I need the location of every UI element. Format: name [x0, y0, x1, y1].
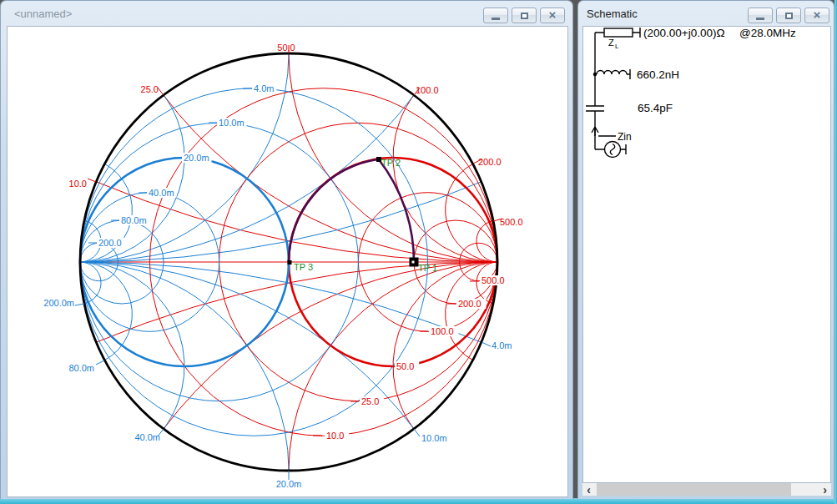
testpoint-marker-dot — [412, 261, 415, 264]
schematic-window-title: Schematic — [587, 8, 638, 20]
grid-label: 200.0 — [98, 238, 122, 248]
grid-label: 10.0 — [326, 431, 344, 441]
reactance-arc — [393, 262, 497, 429]
zin-arrow-icon — [592, 127, 616, 136]
grid-label: 40.0m — [134, 432, 160, 442]
grid-label: 4.0m — [254, 83, 274, 93]
close-icon: × — [814, 8, 821, 21]
susceptance-arc — [80, 95, 184, 262]
minimize-icon — [756, 18, 764, 20]
reactance-arc — [446, 164, 497, 262]
load-resistor-symbol[interactable] — [604, 28, 633, 37]
label-leader — [96, 360, 104, 365]
load-value[interactable]: (200.00+j0.00)Ω — [643, 27, 725, 39]
grid-label: 100.0 — [431, 326, 454, 336]
grid-label: 500.0 — [482, 275, 505, 285]
grid-label: 50.0 — [396, 361, 414, 371]
scroll-thumb[interactable] — [597, 483, 791, 496]
scroll-left-arrow[interactable]: ‹ — [582, 483, 595, 496]
susceptance-arc — [80, 262, 132, 360]
schematic-window: Schematic × Z L — [577, 0, 834, 499]
testpoint-label-2: TP 2 — [381, 158, 401, 168]
grid-label: 10.0m — [219, 118, 245, 128]
grid-label: 40.0m — [149, 188, 174, 198]
grid-label: 25.0 — [361, 396, 379, 406]
inductor-value[interactable]: 660.2nH — [637, 68, 679, 81]
grid-label: 4.0m — [492, 340, 512, 350]
load-label: Z — [608, 38, 614, 48]
reactance-arc — [393, 95, 497, 262]
grid-label: 200.0 — [458, 299, 482, 309]
close-button[interactable]: × — [804, 8, 829, 23]
minimize-button[interactable] — [748, 8, 773, 23]
restore-icon — [785, 13, 793, 19]
grid-label: 50.0 — [277, 43, 295, 53]
schematic-window-titlebar[interactable]: Schematic × — [578, 1, 834, 26]
capacitor-symbol[interactable] — [586, 106, 604, 111]
label-leader — [414, 429, 420, 436]
label-leader — [482, 342, 491, 346]
node-dot — [593, 73, 597, 76]
susceptance-arc — [80, 262, 184, 429]
testpoint-label-1: TP 1 — [418, 263, 437, 273]
zin-label: Zin — [618, 131, 632, 143]
grid-label: 20.0m — [184, 153, 209, 163]
schematic-drawing: Z L (200.00+j0.00)Ω @28.0MHz 660.2nH 65.… — [582, 26, 831, 483]
grid-label: 25.0 — [141, 84, 159, 94]
grid-label: 80.0m — [121, 215, 147, 225]
testpoint-marker-3[interactable] — [288, 260, 292, 265]
matching-trace — [289, 159, 414, 262]
capacitor-value[interactable]: 65.4pF — [638, 102, 673, 114]
load-label-sub: L — [615, 43, 619, 50]
label-leader — [88, 179, 96, 182]
grid-label: 500.0 — [500, 217, 523, 227]
grid-label: 10.0m — [421, 433, 447, 443]
grid-label: 10.0 — [69, 179, 87, 189]
scroll-right-arrow[interactable]: › — [819, 483, 831, 496]
restore-button[interactable] — [776, 8, 801, 23]
grid-label: 80.0m — [68, 363, 94, 373]
frequency-value[interactable]: @28.0MHz — [739, 27, 796, 39]
grid-label: 200.0 — [478, 157, 502, 167]
inductor-symbol[interactable] — [597, 69, 630, 79]
grid-label: 200.0m — [43, 298, 74, 308]
grid-label: 20.0m — [276, 479, 302, 489]
smith-chart: 10.025.050.0100.0200.0500.010.025.050.01… — [1, 1, 574, 500]
grid-label: 100.0 — [416, 85, 439, 95]
horizontal-scrollbar[interactable]: ‹ › — [582, 483, 831, 496]
label-leader — [158, 88, 164, 95]
testpoint-label-3: TP 3 — [294, 262, 313, 272]
label-leader — [75, 304, 84, 305]
smith-chart-window: <unnamed> × 10.025.050.0100.0200.0500.01… — [0, 0, 573, 499]
